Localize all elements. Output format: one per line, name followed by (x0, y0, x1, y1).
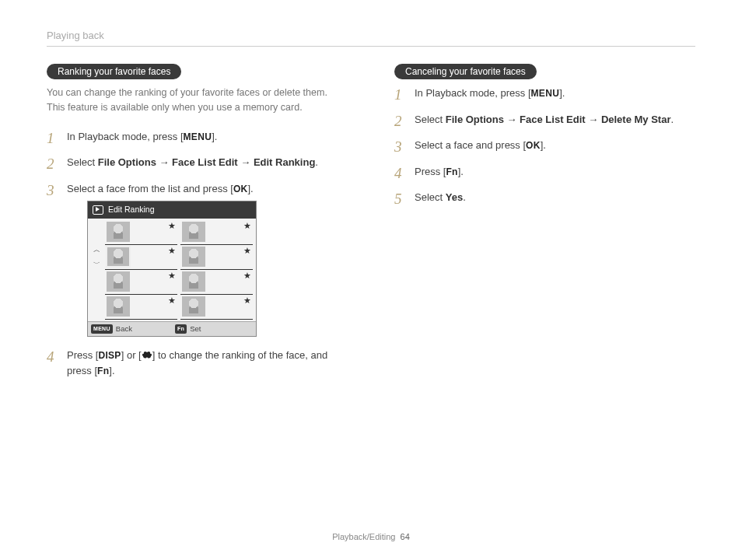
step-text: Select a face and press [ (415, 139, 526, 151)
step-text: Press [ (67, 349, 98, 361)
step-5: Select Yes. (394, 190, 695, 205)
step-text: ]. (559, 87, 565, 99)
star-icon: ★ (168, 244, 176, 257)
face-row: ︿﹀ ★ ★ (88, 245, 256, 270)
face-thumbnail (182, 247, 205, 267)
step-1: In Playback mode, press [MENU]. (394, 86, 695, 101)
ui-footer-set: Fn Set (172, 322, 256, 336)
macro-icon (142, 351, 152, 360)
subsection-pill-canceling: Canceling your favorite faces (394, 64, 537, 79)
step-text: Select (415, 114, 446, 125)
face-cell: ★ (180, 220, 253, 245)
ui-footer-set-label: Set (190, 324, 201, 334)
step-text: ]. (541, 139, 546, 151)
step-text: ]. (458, 166, 464, 177)
ok-button-label: OK (526, 140, 541, 151)
ui-footer-back-label: Back (116, 324, 132, 334)
step-text: In Playback mode, press [ (415, 87, 531, 99)
arrow: → (586, 114, 601, 125)
step-text: ]. (212, 131, 217, 142)
ui-footer: MENU Back Fn Set (88, 321, 256, 336)
menu-path-item: Face List Edit (520, 114, 586, 125)
rank-arrows: ︿﹀ (88, 245, 105, 270)
menu-path-item: File Options (98, 156, 156, 168)
playback-icon (93, 205, 103, 215)
chevron-down-icon: ﹀ (93, 259, 100, 270)
yes-option: Yes (446, 191, 463, 203)
arrow: → (156, 156, 172, 168)
arrow: → (238, 156, 254, 168)
ok-button-label: OK (233, 184, 248, 194)
step-text: ]. (248, 183, 254, 194)
step-3: Select a face and press [OK]. (394, 138, 695, 153)
star-icon: ★ (168, 294, 176, 307)
face-thumbnail (107, 271, 130, 292)
fn-button-label: Fn (446, 166, 457, 177)
menu-path-item: File Options (446, 114, 504, 125)
step-text: . (315, 156, 318, 168)
menu-button-label: MENU (531, 88, 560, 99)
face-cell: ★ (180, 295, 253, 320)
subsection-pill-ranking: Ranking your favorite faces (47, 64, 181, 79)
star-icon: ★ (243, 244, 251, 257)
step-text: ]. (109, 365, 114, 376)
face-cell: ★ (105, 295, 177, 320)
star-icon: ★ (243, 269, 251, 282)
chapter-label: Playback/Editing (332, 532, 395, 541)
face-cell: ★ (180, 245, 253, 270)
face-thumbnail-selected (107, 247, 130, 267)
steps-list-left: In Playback mode, press [MENU]. Select F… (47, 129, 348, 379)
face-thumbnail (182, 296, 205, 317)
ui-titlebar: Edit Ranking (88, 201, 256, 219)
step-text: Select a face from the list and press [ (67, 183, 233, 194)
fn-key-icon: Fn (175, 324, 187, 334)
disp-button-label: DISP (98, 350, 121, 361)
step-text: Select (67, 156, 98, 168)
header-divider (47, 46, 695, 47)
ui-title: Edit Ranking (108, 204, 155, 216)
step-1: In Playback mode, press [MENU]. (47, 129, 348, 145)
face-row: ★ ★ (88, 270, 256, 295)
step-text: . (670, 114, 674, 125)
fn-button-label: Fn (97, 366, 109, 376)
face-thumbnail (107, 296, 130, 317)
face-cell: ★ (105, 270, 177, 295)
section-header: Playing back (47, 30, 695, 41)
step-3: Select a face from the list and press [O… (47, 181, 348, 338)
star-icon: ★ (168, 269, 176, 282)
face-row: ★ ★ (88, 220, 256, 245)
chevron-up-icon: ︿ (93, 245, 100, 256)
face-thumbnail (182, 271, 205, 292)
step-2: Select File Options → Face List Edit → D… (394, 112, 695, 128)
step-4: Press [DISP] or [] to change the ranking… (47, 348, 348, 378)
page: Playing back Ranking your favorite faces… (0, 0, 742, 412)
step-text: . (463, 191, 466, 203)
face-cell: ★ (105, 220, 177, 245)
step-2: Select File Options → Face List Edit → E… (47, 155, 348, 170)
steps-list-right: In Playback mode, press [MENU]. Select F… (394, 86, 695, 205)
page-number: 64 (401, 532, 410, 541)
page-footer: Playback/Editing 64 (0, 532, 742, 541)
star-icon: ★ (243, 294, 251, 307)
menu-button-label: MENU (184, 131, 212, 142)
left-column: Ranking your favorite faces You can chan… (47, 64, 348, 389)
face-cell: ★ (105, 245, 177, 270)
two-column-layout: Ranking your favorite faces You can chan… (47, 64, 695, 389)
star-icon: ★ (243, 219, 251, 233)
intro-text: You can change the ranking of your favor… (47, 86, 348, 115)
face-cell: ★ (180, 270, 253, 295)
star-icon: ★ (168, 219, 176, 233)
arrow: → (504, 114, 520, 125)
face-thumbnail (107, 222, 130, 242)
menu-path-item: Face List Edit (172, 156, 238, 168)
right-column: Canceling your favorite faces In Playbac… (394, 64, 695, 389)
menu-key-icon: MENU (91, 324, 113, 334)
ui-footer-back: MENU Back (88, 322, 172, 336)
step-text: ] or [ (121, 349, 142, 361)
face-thumbnail (182, 222, 205, 242)
ui-body: ★ ★ ︿﹀ ★ ★ ★ (88, 219, 256, 321)
menu-path-item: Edit Ranking (254, 156, 315, 168)
menu-path-item: Delete My Star (601, 114, 671, 125)
face-row: ★ ★ (88, 295, 256, 320)
edit-ranking-screen: Edit Ranking ★ ★ ︿﹀ (87, 201, 257, 337)
